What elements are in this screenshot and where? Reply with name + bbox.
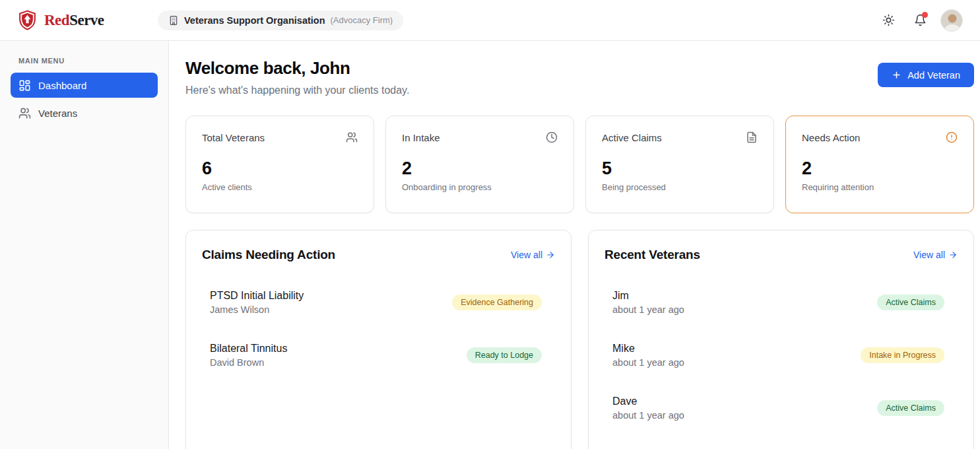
veteran-joined: about 1 year ago <box>612 304 684 315</box>
building-icon <box>168 15 179 26</box>
stat-card-total-veterans: Total Veterans 6 Active clients <box>185 116 374 213</box>
add-veteran-button[interactable]: Add Veteran <box>878 63 974 87</box>
claim-client: David Brown <box>210 357 287 368</box>
user-avatar[interactable] <box>940 9 963 32</box>
avatar-photo <box>941 10 963 32</box>
sidebar-section-label: MAIN MENU <box>11 50 158 73</box>
veteran-name: Jim <box>612 290 684 302</box>
veteran-name: Mike <box>612 343 684 355</box>
sidebar-item-label: Dashboard <box>38 80 86 91</box>
topbar: RedServe Veterans Support Organisation (… <box>0 0 980 41</box>
stat-card-needs-action: Needs Action 2 Requiring attention <box>785 116 974 213</box>
organisation-type: (Advocacy Firm) <box>331 15 393 25</box>
view-all-label: View all <box>913 250 945 260</box>
add-veteran-label: Add Veteran <box>907 70 960 81</box>
stat-caption: Onboarding in progress <box>402 182 558 192</box>
stat-value: 2 <box>402 158 558 179</box>
stat-caption: Active clients <box>202 182 358 192</box>
users-icon <box>346 131 358 143</box>
brand-logo-group[interactable]: RedServe <box>16 9 158 31</box>
stat-title: In Intake <box>402 132 440 143</box>
stat-title: Total Veterans <box>202 132 265 143</box>
view-all-label: View all <box>511 250 542 260</box>
brand-name-red: Red <box>44 12 69 28</box>
veteran-list-item[interactable]: Sarah Thompson <box>604 445 958 449</box>
stat-title: Needs Action <box>802 132 860 143</box>
arrow-right-icon <box>948 250 958 259</box>
page-subtitle: Here's what's happening with your client… <box>185 85 409 96</box>
shield-logo-icon <box>16 9 38 31</box>
claim-list-item[interactable]: PTSD Initial Liability James Wilson Evid… <box>202 287 555 318</box>
stat-value: 5 <box>602 158 758 179</box>
sidebar: MAIN MENU Dashboard Veterans <box>0 41 169 449</box>
claims-needing-action-panel: Claims Needing Action View all PTSD Init… <box>185 230 572 449</box>
status-badge: Active Claims <box>877 294 944 310</box>
stat-value: 2 <box>802 158 958 179</box>
brand-name: RedServe <box>44 12 104 29</box>
page-title: Welcome back, John <box>185 58 409 79</box>
notifications-button[interactable] <box>909 9 931 32</box>
claim-title: PTSD Initial Liability <box>210 290 304 302</box>
file-text-icon <box>746 131 758 143</box>
claim-list-item[interactable]: Bilateral Tinnitus David Brown Ready to … <box>202 339 555 370</box>
claims-view-all-link[interactable]: View all <box>511 250 555 260</box>
claim-client: James Wilson <box>210 304 304 315</box>
veteran-joined: about 1 year ago <box>612 357 684 368</box>
stat-card-active-claims: Active Claims 5 Being processed <box>585 116 774 213</box>
plus-icon <box>892 70 901 80</box>
notification-badge-dot <box>922 12 928 18</box>
sun-icon <box>882 14 895 26</box>
organisation-name: Veterans Support Organisation <box>184 15 325 26</box>
organisation-pill[interactable]: Veterans Support Organisation (Advocacy … <box>158 11 403 30</box>
stat-card-in-intake: In Intake 2 Onboarding in progress <box>385 116 574 213</box>
veteran-name: Dave <box>612 396 684 407</box>
panel-title: Recent Veterans <box>604 248 700 262</box>
status-badge: Ready to Lodge <box>467 347 542 363</box>
status-badge: Evidence Gathering <box>452 294 542 310</box>
arrow-right-icon <box>546 250 555 259</box>
status-badge: Intake in Progress <box>861 347 944 363</box>
stat-value: 6 <box>202 158 358 179</box>
clock-icon <box>546 131 558 143</box>
veteran-joined: about 1 year ago <box>612 410 684 421</box>
veteran-list-item[interactable]: Mike about 1 year ago Intake in Progress <box>604 339 958 370</box>
users-icon <box>18 107 31 120</box>
panel-title: Claims Needing Action <box>202 248 335 262</box>
brand-name-dark: Serve <box>69 12 104 28</box>
claim-title: Bilateral Tinnitus <box>210 343 287 355</box>
main-content: Welcome back, John Here's what's happeni… <box>169 41 980 449</box>
stat-caption: Being processed <box>602 182 758 192</box>
stat-title: Active Claims <box>602 132 662 143</box>
stats-row: Total Veterans 6 Active clients In Intak… <box>185 116 974 213</box>
dashboard-grid-icon <box>18 79 31 92</box>
alert-circle-icon <box>946 131 958 143</box>
veterans-view-all-link[interactable]: View all <box>913 250 958 260</box>
status-badge: Active Claims <box>877 400 944 416</box>
panels-row: Claims Needing Action View all PTSD Init… <box>185 230 974 449</box>
sidebar-item-dashboard[interactable]: Dashboard <box>11 73 158 98</box>
sidebar-item-veterans[interactable]: Veterans <box>11 100 158 125</box>
veteran-list-item[interactable]: Dave about 1 year ago Active Claims <box>604 392 958 423</box>
theme-toggle-button[interactable] <box>877 9 899 32</box>
recent-veterans-panel: Recent Veterans View all Jim about 1 yea… <box>588 230 974 449</box>
veteran-list-item[interactable]: Jim about 1 year ago Active Claims <box>604 287 958 318</box>
sidebar-item-label: Veterans <box>38 108 77 119</box>
stat-caption: Requiring attention <box>802 182 958 192</box>
